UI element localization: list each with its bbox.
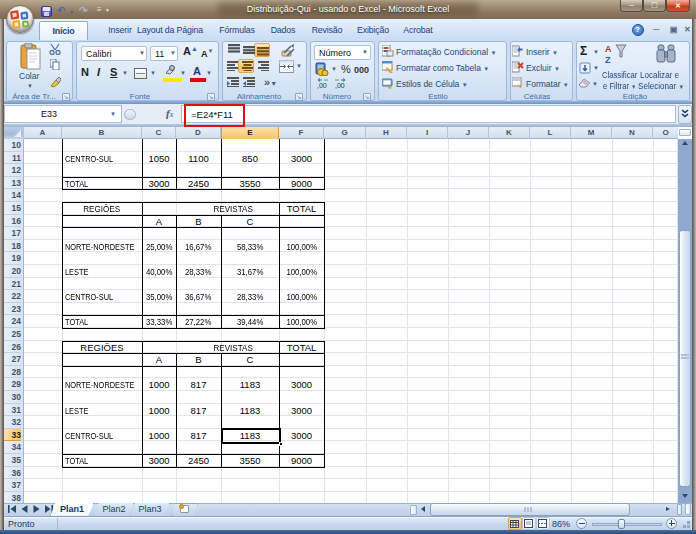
svg-text:A: A bbox=[605, 44, 612, 54]
svg-text:Z: Z bbox=[605, 55, 611, 65]
svg-text:,00: ,00 bbox=[335, 82, 345, 89]
svg-text:,00: ,00 bbox=[317, 82, 327, 89]
